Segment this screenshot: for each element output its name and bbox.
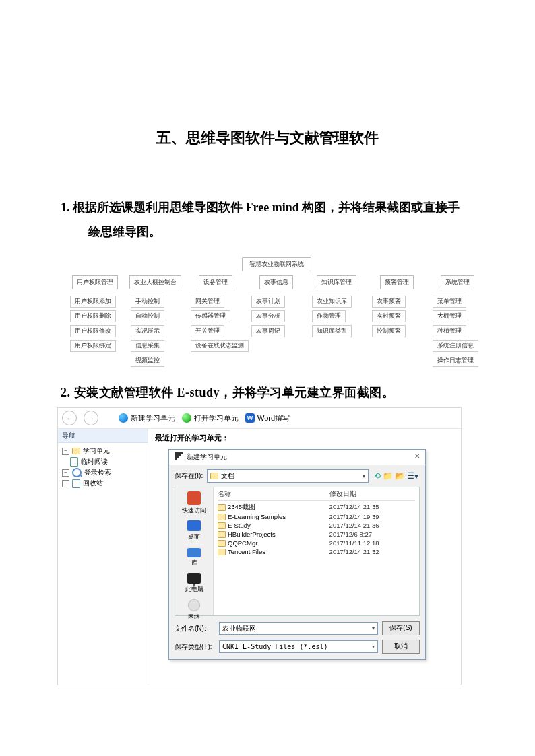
- sidebar-header: 导航: [58, 429, 148, 443]
- file-date-text: 2017/12/6 8:27: [329, 530, 415, 538]
- mm-child-node: 实况展示: [131, 325, 164, 337]
- section-title: 五、思维导图软件与文献管理软件: [67, 128, 468, 148]
- mm-child-node: 传感器管理: [191, 310, 230, 322]
- file-name-text: E-Study: [228, 522, 251, 529]
- filename-input[interactable]: 农业物联网 ▾: [219, 622, 378, 635]
- forward-button[interactable]: →: [84, 411, 98, 425]
- mm-child-node: 用户权限删除: [70, 310, 116, 322]
- chevron-down-icon: ▾: [372, 644, 375, 650]
- filetype-select[interactable]: CNKI E-Study Files (*.esl) ▾: [219, 640, 378, 653]
- recent-units-title: 最近打开的学习单元：: [155, 433, 454, 443]
- mm-branch-head: 预警管理: [380, 275, 414, 289]
- tree-label: 回收站: [83, 479, 103, 488]
- file-row[interactable]: QQPCMgr2017/11/11 12:18: [218, 539, 415, 547]
- tree-item-recycle-bin[interactable]: − 回收站: [61, 478, 145, 489]
- mm-child-node: 菜单管理: [433, 296, 466, 308]
- file-date-text: 2017/12/14 21:36: [329, 522, 415, 529]
- mm-child-node: 农事分析: [251, 310, 285, 322]
- save-location-select[interactable]: 文档 ▾: [207, 469, 369, 483]
- mm-child-node: 作物管理: [312, 310, 346, 322]
- save-dialog: 新建学习单元 ✕ 保存在(I): 文档 ▾ ⟲ 📁: [168, 449, 426, 660]
- close-button[interactable]: ✕: [414, 452, 420, 462]
- back-button[interactable]: ←: [62, 411, 77, 425]
- dialog-toolbar-icons: ⟲ 📁 📂 ☰▾: [373, 471, 420, 481]
- view-menu-icon[interactable]: ☰▾: [407, 471, 418, 481]
- file-date-text: 2017/12/14 19:39: [329, 513, 415, 520]
- green-sphere-icon: [182, 413, 191, 423]
- place-network[interactable]: 网络: [188, 599, 200, 621]
- place-desktop[interactable]: 桌面: [187, 520, 201, 541]
- collapse-icon[interactable]: −: [62, 448, 69, 455]
- save-button[interactable]: 保存(S): [382, 621, 420, 635]
- file-row[interactable]: E-Study2017/12/14 21:36: [218, 521, 415, 530]
- folder-icon: [210, 473, 218, 479]
- collapse-icon[interactable]: −: [62, 480, 69, 487]
- folder-icon: [218, 549, 226, 555]
- mm-child-node: 设备在线状态监测: [191, 340, 249, 352]
- folder-icon: [218, 504, 226, 511]
- mm-branch: 农事信息农事计划农事分析农事周记: [249, 275, 304, 368]
- filetype-value: CNKI E-Study Files (*.esl): [222, 643, 328, 650]
- place-libraries[interactable]: 库: [187, 547, 201, 568]
- word-write-button[interactable]: W Word撰写: [245, 413, 290, 423]
- file-row[interactable]: Tencent Files2017/12/14 21:32: [218, 547, 415, 556]
- save-location-text: 文档: [221, 471, 234, 481]
- pen-icon: [175, 452, 184, 462]
- mm-branch: 设备管理网关管理传感器管理开关管理设备在线状态监测: [188, 275, 243, 368]
- new-unit-button[interactable]: 新建学习单元: [119, 413, 175, 423]
- places-bar: 快速访问 桌面 库 此: [175, 487, 214, 615]
- file-list[interactable]: 名称 修改日期 2345截图2017/12/14 21:35E-Learning…: [214, 487, 419, 615]
- mm-child-node: 信息采集: [131, 340, 164, 352]
- tree-item-temp-read[interactable]: 临时阅读: [61, 456, 145, 467]
- open-unit-button[interactable]: 打开学习单元: [182, 413, 239, 423]
- mm-child-node: 用户权限绑定: [70, 340, 116, 352]
- mm-child-node: 控制预警: [372, 325, 406, 337]
- mm-branch: 知识库管理农业知识库作物管理知识库类型: [309, 275, 365, 368]
- tree-item-study-unit[interactable]: − 学习单元: [61, 446, 145, 456]
- back-arrow-icon[interactable]: ⟲: [374, 471, 381, 481]
- mm-branch: 用户权限管理用户权限添加用户权限删除用户权限修改用户权限绑定: [67, 275, 123, 368]
- estudy-toolbar: ← → 新建学习单元 打开学习单元 W Word撰写: [58, 408, 461, 429]
- heading-2: 2. 安装文献管理软件 E-study，并将学习单元建立界面截图。: [61, 382, 468, 403]
- tree-item-login-search[interactable]: − 登录检索: [61, 467, 145, 478]
- tree-label: 学习单元: [83, 446, 110, 456]
- tree-label: 登录检索: [84, 468, 111, 477]
- file-date-text: 2017/12/14 21:32: [329, 548, 415, 555]
- new-folder-icon[interactable]: 📂: [395, 471, 405, 481]
- word-icon: W: [245, 413, 255, 423]
- file-row[interactable]: 2345截图2017/12/14 21:35: [218, 502, 415, 512]
- mm-child-node: 农事预警: [372, 296, 406, 308]
- mm-child-node: 网关管理: [191, 296, 224, 308]
- quick-access-icon: [187, 491, 201, 505]
- file-date-text: 2017/12/14 21:35: [329, 503, 415, 512]
- up-folder-icon[interactable]: 📁: [383, 471, 393, 481]
- filename-label: 文件名(N):: [175, 624, 215, 633]
- column-header-date[interactable]: 修改日期: [329, 490, 415, 499]
- place-quick-access[interactable]: 快速访问: [182, 491, 206, 515]
- mm-child-node: 系统注册信息: [433, 340, 478, 352]
- recycle-icon: [72, 479, 80, 488]
- mm-branch-head: 系统管理: [441, 275, 474, 289]
- collapse-icon[interactable]: −: [62, 469, 69, 477]
- network-icon: [188, 599, 200, 611]
- save-in-label: 保存在(I):: [175, 471, 203, 481]
- mm-child-node: 用户权限修改: [70, 325, 116, 337]
- mm-root-node: 智慧农业物联网系统: [242, 257, 311, 271]
- mm-branch: 系统管理菜单管理大棚管理种植管理系统注册信息操作日志管理: [430, 275, 485, 368]
- folder-icon: [218, 540, 226, 547]
- new-unit-label: 新建学习单元: [131, 413, 175, 423]
- library-icon: [187, 548, 201, 557]
- mm-child-node: 实时预警: [372, 310, 406, 322]
- desktop-icon: [187, 520, 201, 531]
- place-this-pc[interactable]: 此电脑: [185, 573, 203, 594]
- cancel-button[interactable]: 取消: [382, 640, 420, 654]
- file-row[interactable]: HBuilderProjects2017/12/6 8:27: [218, 530, 415, 539]
- mm-child-node: 大棚管理: [433, 310, 466, 322]
- mm-child-node: 知识库类型: [312, 325, 352, 337]
- mm-branch-head: 用户权限管理: [72, 275, 118, 289]
- mm-child-node: 手动控制: [131, 296, 164, 308]
- file-row[interactable]: E-Learning Samples2017/12/14 19:39: [218, 512, 415, 521]
- file-name-text: HBuilderProjects: [228, 530, 276, 538]
- column-header-name[interactable]: 名称: [218, 490, 329, 499]
- estudy-sidebar: 导航 − 学习单元 临时阅读 − 登录检索: [58, 429, 148, 685]
